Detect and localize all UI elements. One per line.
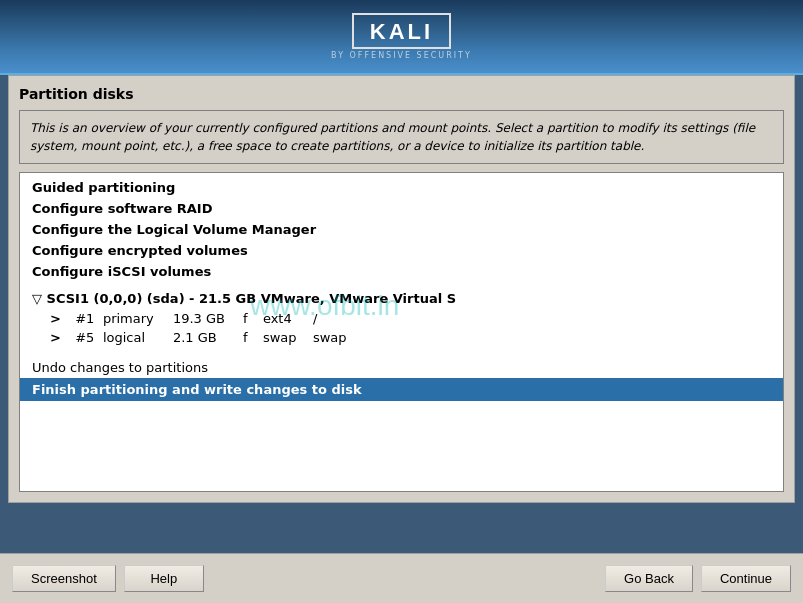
footer-left: Screenshot Help (12, 565, 204, 592)
partition-size-1: 19.3 GB (173, 311, 243, 326)
undo-label: Undo changes to partitions (32, 360, 208, 375)
kali-logo: KALI BY OFFENSIVE SECURITY (331, 13, 472, 60)
main-content: Partition disks This is an overview of y… (8, 75, 795, 503)
page-title: Partition disks (19, 86, 784, 102)
description-box: This is an overview of your currently co… (19, 110, 784, 164)
partition-row-1[interactable]: > #1 primary 19.3 GB f ext4 / (20, 309, 783, 328)
finish-item[interactable]: Finish partitioning and write changes to… (20, 378, 783, 401)
kali-logo-text: KALI (352, 13, 451, 49)
partition-mount-1: / (313, 311, 353, 326)
partition-type-1: primary (103, 311, 173, 326)
help-button[interactable]: Help (124, 565, 204, 592)
menu-item-lvm[interactable]: Configure the Logical Volume Manager (20, 219, 783, 240)
partition-num-5: #5 (67, 330, 103, 345)
header: KALI BY OFFENSIVE SECURITY (0, 0, 803, 75)
kali-subtitle: BY OFFENSIVE SECURITY (331, 51, 472, 60)
partition-size-5: 2.1 GB (173, 330, 243, 345)
partition-flag-5: f (243, 330, 263, 345)
menu-item-iscsi[interactable]: Configure iSCSI volumes (20, 261, 783, 282)
go-back-button[interactable]: Go Back (605, 565, 693, 592)
undo-item[interactable]: Undo changes to partitions (20, 357, 783, 378)
footer-right: Go Back Continue (605, 565, 791, 592)
partition-mount-5: swap (313, 330, 353, 345)
separator-2 (20, 347, 783, 353)
screenshot-button[interactable]: Screenshot (12, 565, 116, 592)
footer: Screenshot Help Go Back Continue (0, 553, 803, 603)
disk-expand-icon: ▽ (32, 291, 47, 306)
partition-arrow-1: > (50, 311, 61, 326)
partition-list: Guided partitioning Configure software R… (19, 172, 784, 492)
partition-type-5: logical (103, 330, 173, 345)
menu-item-encrypted[interactable]: Configure encrypted volumes (20, 240, 783, 261)
partition-fs-1: ext4 (263, 311, 313, 326)
description-text: This is an overview of your currently co… (30, 121, 755, 153)
partition-flag-1: f (243, 311, 263, 326)
disk-label: SCSI1 (0,0,0) (sda) - 21.5 GB VMware, VM… (47, 291, 456, 306)
menu-item-guided[interactable]: Guided partitioning (20, 177, 783, 198)
menu-item-raid[interactable]: Configure software RAID (20, 198, 783, 219)
partition-fs-5: swap (263, 330, 313, 345)
partition-num-1: #1 (67, 311, 103, 326)
partition-arrow-5: > (50, 330, 61, 345)
disk-header[interactable]: ▽ SCSI1 (0,0,0) (sda) - 21.5 GB VMware, … (20, 288, 783, 309)
finish-label: Finish partitioning and write changes to… (32, 382, 362, 397)
continue-button[interactable]: Continue (701, 565, 791, 592)
partition-row-5[interactable]: > #5 logical 2.1 GB f swap swap (20, 328, 783, 347)
